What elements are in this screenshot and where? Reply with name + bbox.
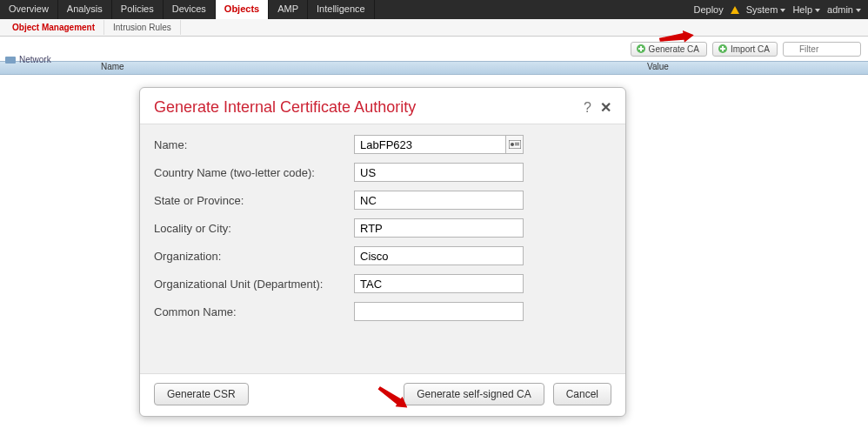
tab-analysis[interactable]: Analysis — [58, 0, 112, 19]
close-icon[interactable]: ✕ — [600, 99, 611, 116]
tab-policies[interactable]: Policies — [112, 0, 164, 19]
org-unit-label: Organizational Unit (Department): — [154, 278, 354, 291]
dialog-body: Name: Country Name (two-letter code): St… — [140, 124, 625, 374]
generate-ca-dialog: Generate Internal Certificate Authority … — [139, 87, 626, 417]
user-menu[interactable]: admin — [827, 4, 861, 15]
dialog-footer: Generate CSR Generate self-signed CA Can… — [140, 374, 625, 416]
sub-nav: Object Management Intrusion Rules — [0, 19, 868, 37]
tab-intelligence[interactable]: Intelligence — [308, 0, 375, 19]
help-menu[interactable]: Help — [792, 4, 820, 15]
column-name[interactable]: Name — [96, 62, 642, 74]
country-input[interactable] — [354, 163, 524, 182]
deploy-link[interactable]: Deploy — [693, 4, 723, 15]
generate-ca-button[interactable]: Generate CA — [631, 42, 707, 57]
generate-self-signed-button[interactable]: Generate self-signed CA — [404, 383, 544, 405]
state-input[interactable] — [354, 191, 524, 210]
cancel-button[interactable]: Cancel — [553, 383, 611, 405]
filter-wrap — [783, 42, 861, 57]
column-value[interactable]: Value — [642, 62, 868, 74]
locality-label: Locality or City: — [154, 222, 354, 235]
network-icon — [5, 57, 16, 64]
svg-rect-3 — [515, 143, 519, 144]
tab-amp[interactable]: AMP — [269, 0, 308, 19]
top-nav: Overview Analysis Policies Devices Objec… — [0, 0, 868, 19]
column-header: Name Value — [0, 61, 868, 75]
generate-csr-button[interactable]: Generate CSR — [154, 383, 249, 405]
tree-item-network[interactable]: Network — [5, 55, 90, 64]
organization-input[interactable] — [354, 246, 524, 265]
generate-ca-label: Generate CA — [649, 44, 699, 54]
filter-input[interactable] — [783, 42, 861, 57]
toolbar: Generate CA Import CA — [0, 37, 868, 61]
top-nav-tabs: Overview Analysis Policies Devices Objec… — [0, 0, 375, 19]
plus-icon — [718, 44, 727, 53]
organization-label: Organization: — [154, 250, 354, 263]
dialog-title: Generate Internal Certificate Authority — [154, 98, 584, 117]
top-nav-right: Deploy System Help admin — [693, 0, 868, 19]
subtab-intrusion-rules[interactable]: Intrusion Rules — [104, 20, 181, 35]
system-menu[interactable]: System — [746, 4, 786, 15]
common-name-input[interactable] — [354, 302, 524, 321]
locality-input[interactable] — [354, 218, 524, 238]
plus-icon — [637, 44, 645, 53]
state-label: State or Province: — [154, 194, 354, 207]
subtab-object-management[interactable]: Object Management — [3, 20, 104, 35]
tab-devices[interactable]: Devices — [164, 0, 216, 19]
name-label: Name: — [154, 138, 354, 151]
country-label: Country Name (two-letter code): — [154, 166, 354, 179]
tree-item-label: Network — [19, 55, 51, 64]
help-icon[interactable]: ? — [584, 100, 591, 116]
name-input[interactable] — [354, 135, 506, 154]
org-unit-input[interactable] — [354, 274, 524, 293]
object-tree: Network — [0, 51, 96, 68]
svg-rect-4 — [515, 144, 519, 145]
svg-point-2 — [511, 143, 514, 146]
import-ca-label: Import CA — [731, 44, 770, 54]
tab-objects[interactable]: Objects — [216, 0, 269, 19]
id-card-icon[interactable] — [506, 135, 524, 154]
import-ca-button[interactable]: Import CA — [712, 42, 778, 57]
warning-icon[interactable] — [731, 6, 739, 14]
common-name-label: Common Name: — [154, 305, 354, 318]
dialog-header: Generate Internal Certificate Authority … — [140, 88, 625, 124]
tab-overview[interactable]: Overview — [0, 0, 58, 19]
